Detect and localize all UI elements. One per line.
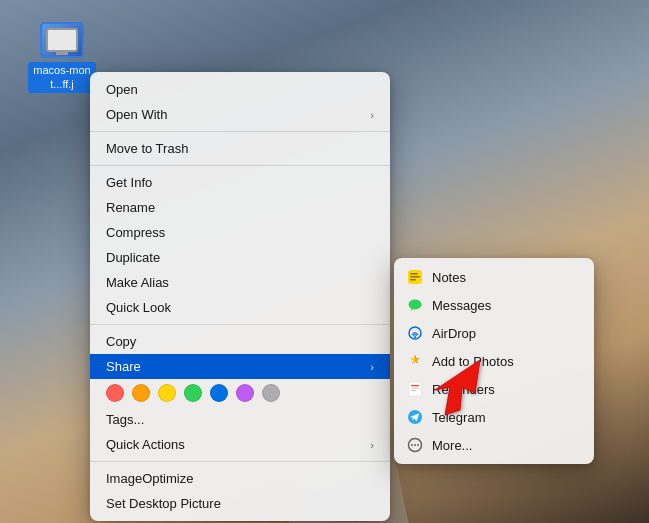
photos-icon bbox=[406, 352, 424, 370]
svg-rect-3 bbox=[410, 279, 416, 281]
color-dots-row bbox=[90, 379, 390, 407]
file-icon-label: macos-mont...ff.j bbox=[28, 62, 96, 93]
menu-item-copy[interactable]: Copy bbox=[90, 329, 390, 354]
menu-item-trash-label: Move to Trash bbox=[106, 141, 374, 156]
menu-item-open-label: Open bbox=[106, 82, 374, 97]
svg-point-14 bbox=[411, 444, 413, 446]
menu-item-imageoptimize[interactable]: ImageOptimize bbox=[90, 466, 390, 491]
submenu-item-messages[interactable]: Messages bbox=[394, 291, 594, 319]
menu-item-tags-label: Tags... bbox=[106, 412, 374, 427]
menu-item-get-info-label: Get Info bbox=[106, 175, 374, 190]
more-icon bbox=[406, 436, 424, 454]
menu-item-duplicate-label: Duplicate bbox=[106, 250, 374, 265]
menu-item-set-desktop-label: Set Desktop Picture bbox=[106, 496, 374, 511]
svg-rect-8 bbox=[409, 382, 421, 396]
svg-point-7 bbox=[414, 336, 416, 338]
menu-item-tags[interactable]: Tags... bbox=[90, 407, 390, 432]
menu-item-make-alias[interactable]: Make Alias bbox=[90, 270, 390, 295]
menu-item-move-to-trash[interactable]: Move to Trash bbox=[90, 136, 390, 161]
color-dot-orange[interactable] bbox=[132, 384, 150, 402]
submenu-item-airdrop[interactable]: AirDrop bbox=[394, 319, 594, 347]
divider-2 bbox=[90, 165, 390, 166]
menu-item-compress[interactable]: Compress bbox=[90, 220, 390, 245]
menu-item-open-with[interactable]: Open With › bbox=[90, 102, 390, 127]
submenu-telegram-label: Telegram bbox=[432, 410, 582, 425]
menu-item-duplicate[interactable]: Duplicate bbox=[90, 245, 390, 270]
messages-icon bbox=[406, 296, 424, 314]
color-dot-gray[interactable] bbox=[262, 384, 280, 402]
svg-rect-1 bbox=[410, 273, 418, 275]
telegram-icon bbox=[406, 408, 424, 426]
color-dot-purple[interactable] bbox=[236, 384, 254, 402]
divider-3 bbox=[90, 324, 390, 325]
svg-point-16 bbox=[417, 444, 419, 446]
share-arrow: › bbox=[370, 361, 374, 373]
notes-icon bbox=[406, 268, 424, 286]
menu-item-share[interactable]: Share › bbox=[90, 354, 390, 379]
submenu-messages-label: Messages bbox=[432, 298, 582, 313]
menu-item-share-label: Share bbox=[106, 359, 370, 374]
menu-item-rename[interactable]: Rename bbox=[90, 195, 390, 220]
context-menu: Open Open With › Move to Trash Get Info … bbox=[90, 72, 390, 521]
submenu-item-telegram[interactable]: Telegram bbox=[394, 403, 594, 431]
submenu-airdrop-label: AirDrop bbox=[432, 326, 582, 341]
reminders-icon bbox=[406, 380, 424, 398]
svg-rect-9 bbox=[411, 385, 419, 386]
file-icon-image bbox=[40, 22, 84, 58]
svg-rect-10 bbox=[411, 388, 419, 389]
menu-item-make-alias-label: Make Alias bbox=[106, 275, 374, 290]
menu-item-open[interactable]: Open bbox=[90, 77, 390, 102]
menu-item-rename-label: Rename bbox=[106, 200, 374, 215]
color-dot-yellow[interactable] bbox=[158, 384, 176, 402]
color-dot-blue[interactable] bbox=[210, 384, 228, 402]
menu-item-quick-actions-label: Quick Actions bbox=[106, 437, 370, 452]
svg-rect-2 bbox=[410, 276, 420, 278]
menu-item-quick-actions[interactable]: Quick Actions › bbox=[90, 432, 390, 457]
share-submenu: Notes Messages AirDrop Add to Photos Rem… bbox=[394, 258, 594, 464]
menu-item-get-info[interactable]: Get Info bbox=[90, 170, 390, 195]
menu-item-imageoptimize-label: ImageOptimize bbox=[106, 471, 374, 486]
submenu-item-more[interactable]: More... bbox=[394, 431, 594, 459]
submenu-photos-label: Add to Photos bbox=[432, 354, 582, 369]
divider-1 bbox=[90, 131, 390, 132]
submenu-item-reminders[interactable]: Reminders bbox=[394, 375, 594, 403]
svg-point-15 bbox=[414, 444, 416, 446]
menu-item-copy-label: Copy bbox=[106, 334, 374, 349]
color-dot-green[interactable] bbox=[184, 384, 202, 402]
file-icon[interactable]: macos-mont...ff.j bbox=[28, 22, 96, 93]
svg-rect-11 bbox=[411, 390, 416, 391]
submenu-item-add-to-photos[interactable]: Add to Photos bbox=[394, 347, 594, 375]
quick-actions-arrow: › bbox=[370, 439, 374, 451]
menu-item-quick-look-label: Quick Look bbox=[106, 300, 374, 315]
airdrop-icon bbox=[406, 324, 424, 342]
menu-item-compress-label: Compress bbox=[106, 225, 374, 240]
submenu-notes-label: Notes bbox=[432, 270, 582, 285]
menu-item-set-desktop[interactable]: Set Desktop Picture bbox=[90, 491, 390, 516]
submenu-item-notes[interactable]: Notes bbox=[394, 263, 594, 291]
submenu-more-label: More... bbox=[432, 438, 582, 453]
divider-4 bbox=[90, 461, 390, 462]
submenu-reminders-label: Reminders bbox=[432, 382, 582, 397]
menu-item-quick-look[interactable]: Quick Look bbox=[90, 295, 390, 320]
monitor-icon bbox=[46, 28, 78, 52]
menu-item-open-with-label: Open With bbox=[106, 107, 370, 122]
color-dot-red[interactable] bbox=[106, 384, 124, 402]
open-with-arrow: › bbox=[370, 109, 374, 121]
